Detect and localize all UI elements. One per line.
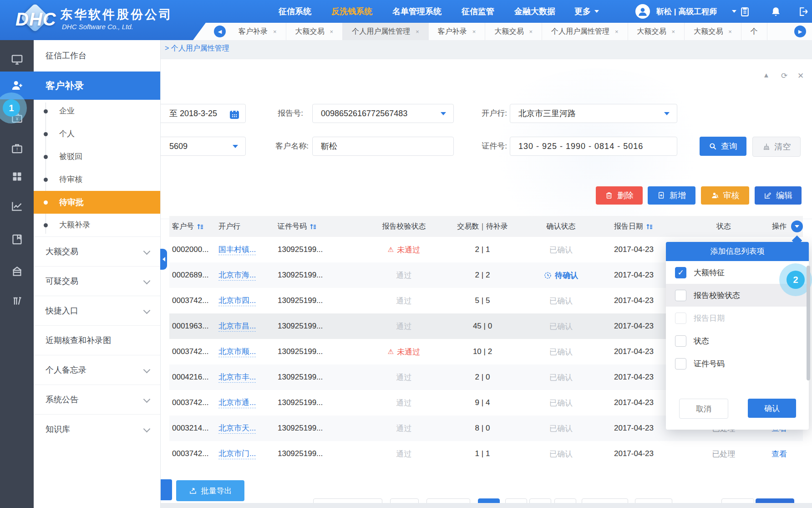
top-nav-item-0[interactable]: 征信系统 bbox=[279, 6, 311, 17]
sort-icon[interactable] bbox=[197, 223, 203, 230]
bank-link[interactable]: 北京市昌... bbox=[218, 321, 256, 332]
monitor-icon[interactable] bbox=[11, 53, 23, 66]
sidebar-subitem-5[interactable]: 大额补录 bbox=[34, 214, 160, 236]
collapse-up-icon[interactable]: ▲ bbox=[763, 71, 770, 79]
delete-button[interactable]: 删除 bbox=[596, 186, 643, 205]
sidebar-collapse-handle[interactable] bbox=[160, 249, 167, 270]
close-icon[interactable]: ✕ bbox=[797, 71, 804, 81]
column-menu-trigger[interactable] bbox=[791, 221, 803, 232]
chart-icon[interactable] bbox=[11, 200, 23, 212]
table-row[interactable]: 0003742...北京市门...130925199...通过1 | 1已确认2… bbox=[169, 441, 803, 467]
report-check-pass: 通过 bbox=[396, 296, 412, 306]
calendar-icon[interactable] bbox=[229, 108, 240, 119]
checkbox-icon[interactable] bbox=[675, 290, 686, 301]
clipboard-icon[interactable] bbox=[739, 6, 751, 17]
bank-link[interactable]: 北京市海... bbox=[218, 270, 256, 281]
review-button[interactable]: 审核 bbox=[701, 186, 749, 205]
tab-bar: ◀ 客户补录×大额交易×个人用户属性管理×客户补录×大额交易×个人用户属性管理×… bbox=[206, 23, 812, 40]
vertical-scrollbar[interactable] bbox=[807, 266, 810, 380]
bank-link[interactable]: 北京市天... bbox=[218, 423, 256, 434]
tab-close-icon[interactable]: × bbox=[416, 28, 419, 35]
sidebar-subitem-4[interactable]: 待审批 bbox=[34, 191, 160, 214]
bank-select[interactable]: 北京市三里河路 bbox=[510, 104, 677, 123]
sidebar-item-7[interactable]: 系统公告 bbox=[34, 385, 160, 414]
sidebar-item-4[interactable]: 快捷入口 bbox=[34, 296, 160, 325]
customer-name-input[interactable]: 靳松 bbox=[312, 137, 454, 156]
avatar[interactable] bbox=[635, 4, 650, 19]
grid-icon[interactable] bbox=[11, 170, 23, 183]
bank-link[interactable]: 北京市丰... bbox=[218, 372, 256, 383]
sidebar-item-5[interactable]: 近期核查和补录图 bbox=[34, 325, 160, 355]
sort-icon[interactable] bbox=[310, 223, 316, 230]
column-menu-confirm-button[interactable]: 确认 bbox=[748, 399, 796, 418]
checkbox-checked-icon[interactable]: ✓ bbox=[675, 267, 686, 278]
alert-case-icon[interactable]: ! bbox=[11, 142, 23, 154]
logout-icon[interactable] bbox=[797, 6, 809, 17]
tab-2[interactable]: 个人用户属性管理× bbox=[343, 23, 429, 40]
id-no-input[interactable]: 130 - 925 - 1990 - 0814 - 5016 bbox=[510, 137, 677, 156]
tab-close-icon[interactable]: × bbox=[529, 28, 533, 35]
search-button[interactable]: 查询 bbox=[700, 137, 746, 156]
notebook-icon[interactable] bbox=[11, 233, 23, 246]
bell-icon[interactable] bbox=[770, 6, 782, 17]
store-icon[interactable] bbox=[11, 265, 23, 277]
tab-7[interactable]: 大额交易× bbox=[685, 23, 741, 40]
nav-more[interactable]: 更多 bbox=[574, 0, 599, 23]
tab-close-icon[interactable]: × bbox=[728, 28, 732, 35]
sort-icon[interactable] bbox=[646, 223, 653, 230]
cell-id-no: 130925199... bbox=[278, 262, 360, 288]
tab-6[interactable]: 大额交易× bbox=[628, 23, 685, 40]
sidebar-subitem-0[interactable]: 企业 bbox=[34, 100, 160, 123]
top-nav-item-4[interactable]: 金融大数据 bbox=[514, 6, 555, 17]
column-menu-item-label: 状态 bbox=[694, 336, 709, 346]
sidebar-item-1[interactable]: 客户补录 bbox=[34, 72, 160, 100]
edit-button[interactable]: 编辑 bbox=[755, 186, 802, 205]
sidebar-item-2[interactable]: 大额交易 bbox=[34, 236, 160, 266]
user-search-icon[interactable] bbox=[11, 79, 23, 92]
sidebar-item-3[interactable]: 可疑交易 bbox=[34, 266, 160, 296]
bank-link[interactable]: 北京市顺... bbox=[218, 346, 256, 357]
library-icon[interactable] bbox=[11, 294, 23, 307]
tab-8[interactable]: 个 bbox=[741, 23, 767, 40]
column-menu-item-2[interactable]: 报告日期 bbox=[666, 307, 809, 329]
sidebar-item-6[interactable]: 个人备忘录 bbox=[34, 355, 160, 385]
tab-close-icon[interactable]: × bbox=[672, 28, 675, 35]
checkbox-icon[interactable] bbox=[675, 335, 686, 347]
tab-5[interactable]: 个人用户属性管理× bbox=[542, 23, 628, 40]
tab-4[interactable]: 大额交易× bbox=[485, 23, 542, 40]
sidebar-item-0[interactable]: 征信工作台 bbox=[34, 40, 160, 72]
refresh-icon[interactable]: ⟳ bbox=[781, 71, 787, 81]
checkbox-icon[interactable] bbox=[675, 313, 686, 324]
bank-link[interactable]: 北京市四... bbox=[218, 295, 256, 306]
chevron-down-icon[interactable] bbox=[732, 10, 736, 13]
tab-3[interactable]: 客户补录× bbox=[429, 23, 486, 40]
checkbox-icon[interactable] bbox=[675, 358, 686, 369]
column-menu-item-3[interactable]: 状态 bbox=[666, 329, 809, 352]
tab-scroll-right[interactable]: ▶ bbox=[794, 26, 806, 37]
tab-close-icon[interactable]: × bbox=[472, 28, 476, 35]
view-link[interactable]: 查看 bbox=[771, 449, 787, 459]
tab-0[interactable]: 客户补录× bbox=[229, 23, 286, 40]
top-nav-item-1[interactable]: 反洗钱系统 bbox=[331, 6, 372, 17]
user-name-role[interactable]: 靳松 | 高级工程师 bbox=[656, 6, 717, 17]
tab-1[interactable]: 大额交易× bbox=[286, 23, 343, 40]
batch-export-button[interactable]: 批量导出 bbox=[176, 480, 244, 501]
bank-link[interactable]: 国丰村镇... bbox=[218, 244, 256, 255]
bank-link[interactable]: 北京市门... bbox=[218, 448, 256, 459]
bank-link[interactable]: 北京市通... bbox=[218, 397, 256, 408]
column-menu-item-4[interactable]: 证件号码 bbox=[666, 352, 809, 375]
tab-close-icon[interactable]: × bbox=[615, 28, 619, 35]
clear-button[interactable]: 清空 bbox=[752, 137, 801, 157]
tab-close-icon[interactable]: × bbox=[330, 28, 334, 35]
sidebar-item-8[interactable]: 知识库 bbox=[34, 414, 160, 444]
tab-close-icon[interactable]: × bbox=[273, 28, 277, 35]
add-button[interactable]: 新增 bbox=[648, 186, 695, 205]
sidebar-subitem-1[interactable]: 个人 bbox=[34, 123, 160, 145]
sidebar-subitem-2[interactable]: 被驳回 bbox=[34, 145, 160, 168]
top-nav-item-3[interactable]: 征信监管 bbox=[462, 6, 494, 17]
sidebar-subitem-3[interactable]: 待审核 bbox=[34, 168, 160, 191]
top-nav-item-2[interactable]: 名单管理系统 bbox=[392, 6, 442, 17]
column-menu-cancel-button[interactable]: 取消 bbox=[679, 399, 728, 419]
report-no-select[interactable]: 0098652616772567483 bbox=[312, 104, 454, 123]
tab-scroll-left[interactable]: ◀ bbox=[214, 26, 226, 37]
